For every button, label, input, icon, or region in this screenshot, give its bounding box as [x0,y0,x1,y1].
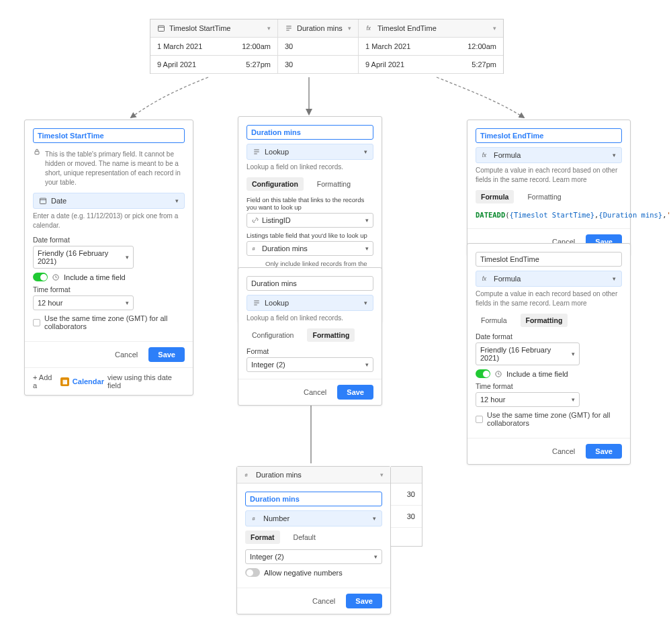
field-name-input[interactable] [247,125,373,140]
chevron-down-icon: ▾ [348,25,351,32]
time-format-select[interactable]: 12 hour▾ [476,392,580,407]
col-header-duration[interactable]: Duration mins ▾ [278,19,359,37]
field-type-select[interactable]: fx Formula ▾ [476,271,622,287]
formula-editor[interactable]: DATEADD({Timeslot StartTime},{Duration m… [476,209,622,222]
include-time-toggle[interactable] [33,273,48,281]
time-format-label: Time format [476,382,622,390]
time-format-select[interactable]: 12 hour▾ [33,295,134,310]
duration-formatting-panel: Lookup ▾ Lookup a field on linked record… [238,267,382,406]
endtime-formula-panel: fx Formula ▾ Compute a value in each rec… [467,120,631,255]
field-name-input[interactable] [245,492,382,506]
tab-configuration[interactable]: Configuration [247,177,304,191]
same-tz-label: Use the same time zone (GMT) for all col… [44,314,185,330]
col-header-label: Timeslot StartTime [169,24,230,32]
field-name-input[interactable] [476,252,622,267]
col-header-label: Duration mins [297,24,343,32]
tab-formatting[interactable]: Formatting [307,328,355,342]
field-name-input[interactable] [33,128,185,143]
lookup-hint: Lookup a field on linked records. [247,314,373,323]
field-name-input[interactable] [476,128,622,143]
format-select[interactable]: Integer (2)▾ [245,549,382,564]
lookup-field-select[interactable]: # Duration mins▾ [247,241,373,256]
same-tz-checkbox[interactable] [476,416,483,423]
cell[interactable]: 30 [278,38,359,55]
tab-formula[interactable]: Formula [476,314,512,327]
number-column-header[interactable]: # Duration mins ▾ [237,467,390,484]
svg-text:#: # [253,246,256,252]
lock-icon [33,148,41,156]
date-format-label: Date format [476,332,622,340]
field-type-select[interactable]: fx Formula ▾ [476,147,622,163]
svg-text:#: # [245,472,249,478]
formula-icon: fx [482,151,490,159]
link-field-select[interactable]: ListingID▾ [247,213,373,228]
side-value-empty[interactable] [391,528,422,550]
link-field-label: Field on this table that links to the re… [247,196,373,211]
tab-formatting[interactable]: Formatting [312,177,356,191]
cell[interactable]: 1 March 202112:00am [150,38,278,55]
cell[interactable]: 9 April 20215:27pm [359,56,503,73]
starttime-config-panel: This is the table's primary field. It ca… [24,120,193,396]
svg-rect-4 [40,198,46,203]
col-header-starttime[interactable]: Timeslot StartTime ▾ [150,19,278,37]
clock-icon [52,273,60,281]
add-calendar-view[interactable]: + Add a ▦ Calendar view using this date … [25,367,193,395]
tab-formula[interactable]: Formula [476,190,514,203]
formula-compute-hint: Compute a value in each record based on … [476,289,622,308]
save-button[interactable]: Save [337,385,373,400]
save-button[interactable]: Save [586,444,622,459]
include-time-label: Include a time field [64,273,126,281]
same-tz-label: Use the same time zone (GMT) for all col… [487,411,622,427]
formula-icon: fx [365,24,373,32]
chevron-down-icon: ▾ [175,197,179,204]
format-label: Format [247,347,373,355]
clock-icon [494,370,502,378]
lookup-hint: Lookup a field on linked records. [247,163,373,172]
side-value[interactable]: 30 [391,484,422,506]
date-format-select[interactable]: Friendly (16 February 2021)▾ [476,342,580,365]
chevron-down-icon: ▾ [364,300,367,306]
side-value[interactable]: 30 [391,506,422,528]
lookup-icon [253,299,261,307]
svg-text:#: # [253,516,256,522]
tab-configuration[interactable]: Configuration [247,328,299,342]
calendar-icon [157,24,165,32]
cancel-button[interactable]: Cancel [111,350,142,359]
same-tz-checkbox[interactable] [33,319,40,326]
cell[interactable]: 30 [278,56,359,73]
allow-negative-toggle[interactable] [245,568,260,577]
save-button[interactable]: Save [148,347,185,362]
tab-formatting[interactable]: Formatting [522,190,566,203]
cancel-button[interactable]: Cancel [548,447,579,456]
include-time-label: Include a time field [506,370,568,378]
date-format-select[interactable]: Friendly (16 February 2021)▾ [33,246,134,269]
cell[interactable]: 1 March 202112:00am [359,38,503,55]
cancel-button[interactable]: Cancel [300,387,330,397]
field-type-select[interactable]: Date ▾ [33,193,185,209]
field-name-input[interactable] [247,276,373,291]
cell[interactable]: 9 April 20215:27pm [150,56,278,73]
field-type-select[interactable]: Lookup ▾ [247,144,373,160]
lookup-field-label: Listings table field that you'd like to … [247,232,373,239]
time-format-label: Time format [33,285,185,293]
primary-field-hint: This is the table's primary field. It ca… [45,150,185,187]
number-side-values: 30 30 [391,466,422,547]
field-type-select[interactable]: # Number ▾ [245,510,382,526]
cancel-button[interactable]: Cancel [308,596,339,606]
svg-text:fx: fx [482,152,487,158]
lookup-icon [253,148,261,156]
include-time-toggle[interactable] [476,369,490,378]
col-header-endtime[interactable]: fx Timeslot EndTime ▾ [359,19,503,37]
date-enter-hint: Enter a date (e.g. 11/12/2013) or pick o… [33,212,185,230]
side-header-blank [391,467,422,484]
tab-formatting[interactable]: Formatting [521,314,568,327]
tab-format[interactable]: Format [245,531,280,544]
format-select[interactable]: Integer (2)▾ [247,357,373,372]
chevron-down-icon: ▾ [613,152,616,158]
chevron-down-icon: ▾ [267,25,271,32]
tab-default[interactable]: Default [288,531,321,544]
save-button[interactable]: Save [346,594,382,608]
allow-negative-label: Allow negative numbers [264,569,343,577]
formula-icon: fx [482,275,490,283]
field-type-select[interactable]: Lookup ▾ [247,295,373,311]
